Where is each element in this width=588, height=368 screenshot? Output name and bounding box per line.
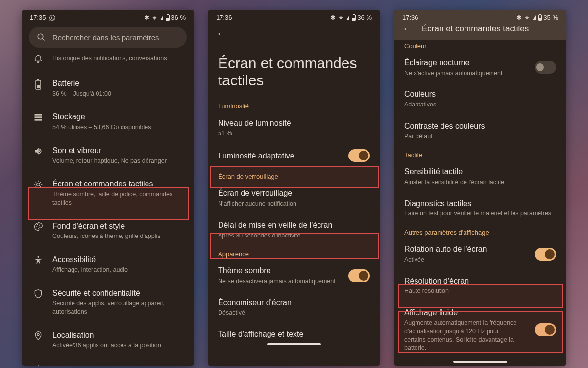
status-time: 17:36 [216, 14, 232, 21]
bluetooth-icon: ✱ [330, 14, 336, 21]
svg-point-10 [37, 256, 39, 258]
row-colors[interactable]: Couleurs Adaptatives [394, 83, 566, 114]
svg-point-8 [37, 224, 38, 225]
wifi-icon [523, 15, 531, 21]
section-tactile: Tactile [394, 146, 566, 160]
battery-pct: 36 % [171, 14, 186, 21]
battery-pct: 35 % [543, 14, 558, 21]
section-lock: Écran de verrouillage [208, 168, 380, 182]
wifi-icon [337, 15, 344, 21]
row-screensaver[interactable]: Économiseur d'écran Désactivé [208, 291, 380, 323]
settings-item-emergency[interactable]: Sécurité et urgences [22, 357, 194, 366]
search-placeholder: Rechercher dans les paramètres [52, 33, 159, 42]
phone-display-settings: 17:36 ✱ 36 % ← Écran et commandes tactil… [208, 10, 380, 366]
search-icon [37, 33, 46, 42]
settings-item-notifications[interactable]: Historique des notifications, conversati… [22, 53, 194, 71]
battery-pct: 36 % [357, 14, 372, 21]
svg-rect-1 [37, 79, 39, 80]
bluetooth-icon: ✱ [144, 14, 149, 21]
back-icon[interactable]: ← [216, 28, 226, 39]
svg-rect-5 [35, 119, 42, 121]
emergency-icon [33, 365, 43, 366]
row-lockscreen[interactable]: Écran de verrouillage N'afficher aucune … [208, 182, 380, 213]
row-nightlight[interactable]: Éclairage nocturne Ne s'active jamais au… [394, 52, 566, 83]
toggle-adaptive[interactable] [348, 149, 370, 162]
settings-item-location[interactable]: LocalisationActivée/36 applis ont accès … [22, 323, 194, 356]
svg-point-11 [37, 333, 39, 335]
row-dark-theme[interactable]: Thème sombre Ne se désactivera jamais au… [208, 260, 380, 291]
section-appearance: Apparence [208, 245, 380, 260]
whatsapp-icon [49, 14, 56, 21]
settings-item-sound[interactable]: Son et vibreurVolume, retour haptique, N… [22, 138, 194, 172]
battery-icon [166, 15, 170, 21]
item-sub: Historique des notifications, conversati… [52, 54, 185, 63]
settings-item-accessibility[interactable]: AccessibilitéAffichage, interaction, aud… [22, 247, 194, 281]
topbar: ← [208, 23, 380, 42]
battery-icon [35, 79, 42, 90]
svg-rect-3 [35, 114, 42, 116]
section-luminosite: Luminosité [208, 98, 380, 112]
page-title: Écran et commandes tactiles [208, 42, 380, 98]
security-icon [33, 289, 43, 299]
page-title: Écran et commandes tactiles [422, 24, 529, 34]
row-resolution[interactable]: Résolution d'écran Haute résolution [394, 270, 566, 301]
phone-display-settings-2: 17:36 ✱ 35 % ← Écran et commandes tactil… [394, 10, 566, 366]
back-icon[interactable]: ← [402, 23, 412, 34]
sound-icon [33, 146, 43, 156]
row-screen-timeout[interactable]: Délai de mise en veille de l'écran Après… [208, 214, 380, 245]
svg-point-7 [36, 226, 37, 227]
status-bar: 17:35 ✱ 36 % [22, 10, 194, 23]
location-icon [33, 331, 43, 341]
status-time: 17:35 [30, 14, 46, 21]
settings-item-wallpaper[interactable]: Fond d'écran et styleCouleurs, icônes à … [22, 214, 194, 247]
toggle-rotation[interactable] [535, 248, 556, 261]
row-adaptive-brightness[interactable]: Luminosité adaptative [208, 143, 380, 168]
topbar: ← Écran et commandes tactiles [394, 23, 566, 40]
battery-icon [538, 15, 542, 21]
wifi-icon [151, 15, 158, 21]
status-bar: 17:36 ✱ 36 % [208, 10, 380, 23]
toggle-nightlight[interactable] [535, 61, 556, 74]
row-textsize[interactable]: Taille d'affichage et texte [208, 323, 380, 341]
svg-point-9 [39, 224, 40, 225]
settings-item-display[interactable]: Écran et commandes tactilesThème sombre,… [22, 172, 194, 213]
accessibility-icon [33, 255, 43, 265]
display-icon [33, 180, 43, 189]
row-rotation[interactable]: Rotation auto de l'écran Activée [394, 238, 566, 269]
toggle-dark[interactable] [348, 269, 370, 282]
signal-icon [533, 15, 536, 20]
svg-rect-4 [35, 117, 42, 118]
nav-pill[interactable] [453, 361, 507, 363]
settings-item-storage[interactable]: Stockage54 % utilisés – 58,66 Go disponi… [22, 105, 194, 138]
row-sensitivity[interactable]: Sensibilité tactile Ajuster la sensibili… [394, 160, 566, 192]
svg-rect-2 [37, 85, 40, 88]
storage-icon [33, 112, 43, 122]
status-bar: 17:36 ✱ 35 % [394, 10, 566, 23]
search-input[interactable]: Rechercher dans les paramètres [29, 27, 187, 48]
nav-pill[interactable] [267, 343, 321, 345]
row-brightness[interactable]: Niveau de luminosité 51 % [208, 112, 380, 143]
signal-icon [160, 15, 163, 20]
row-contrast[interactable]: Contraste des couleurs Par défaut [394, 115, 566, 146]
settings-item-battery[interactable]: Batterie36 % – Jusqu'à 01:00 [22, 71, 194, 105]
section-color: Couleur [394, 40, 566, 52]
row-diagnostics[interactable]: Diagnostics tactiles Faire un test pour … [394, 192, 566, 224]
signal-icon [346, 15, 349, 20]
phone-settings-main: 17:35 ✱ 36 % Rechercher dans les paramèt… [22, 10, 194, 366]
bluetooth-icon: ✱ [516, 14, 522, 21]
settings-list: Historique des notifications, conversati… [22, 53, 194, 366]
section-other: Autres paramètres d'affichage [394, 224, 566, 238]
toggle-smooth[interactable] [535, 323, 556, 336]
row-smooth-display[interactable]: Affichage fluide Augmente automatiquemen… [394, 301, 566, 358]
palette-icon [33, 222, 43, 232]
settings-item-security[interactable]: Sécurité et confidentialitéSécurité des … [22, 281, 194, 323]
battery-icon [352, 15, 356, 21]
bell-icon [33, 54, 43, 64]
status-time: 17:36 [402, 14, 418, 21]
svg-point-6 [37, 183, 40, 186]
